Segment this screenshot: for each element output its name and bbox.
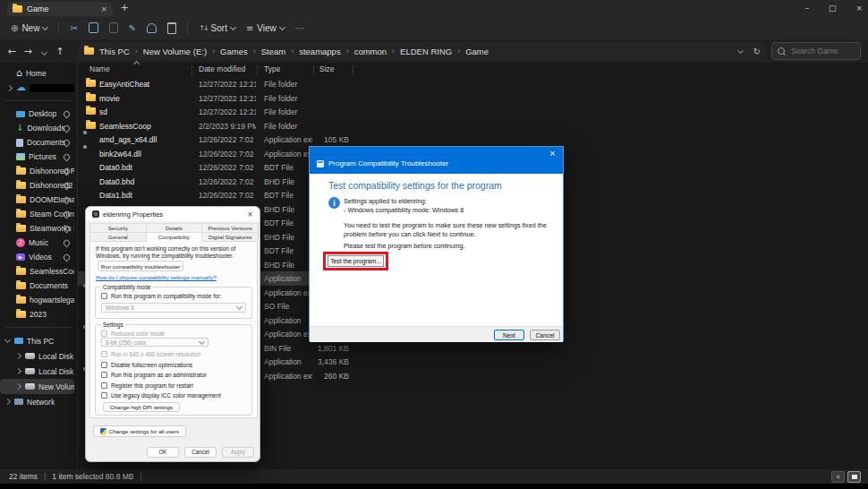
- close-icon[interactable]: ×: [549, 149, 556, 158]
- more-options-button[interactable]: ···: [290, 19, 310, 37]
- breadcrumb-item[interactable]: steamapps: [299, 47, 340, 56]
- column-header-name[interactable]: Name: [89, 64, 110, 73]
- rename-button[interactable]: ✎: [123, 19, 141, 37]
- search-box[interactable]: [771, 42, 861, 60]
- sidebar-item-music[interactable]: ♪Music: [0, 236, 74, 250]
- sidebar-item-doometernal[interactable]: DOOMEternal: [0, 193, 74, 207]
- sidebar-item-2023[interactable]: 2023: [0, 307, 74, 322]
- refresh-icon[interactable]: ↻: [753, 47, 761, 56]
- sidebar-item-desktop[interactable]: Desktop: [0, 107, 74, 121]
- sidebar-item-downloads[interactable]: ↓Downloads: [0, 121, 74, 135]
- breadcrumb-item[interactable]: New Volume (E:): [143, 47, 207, 56]
- details-view-button[interactable]: ≡: [831, 471, 845, 483]
- apply-button[interactable]: Apply: [222, 447, 254, 458]
- close-button[interactable]: ×: [855, 4, 863, 13]
- sidebar-item-documents[interactable]: Documents: [0, 135, 74, 150]
- chevron-right-icon[interactable]: [4, 399, 10, 405]
- breadcrumb-item[interactable]: ELDEN RING: [400, 47, 452, 56]
- sidebar-item-network[interactable]: Network: [0, 394, 74, 409]
- search-input[interactable]: [789, 46, 857, 56]
- compatibility-mode-checkbox[interactable]: [101, 293, 107, 299]
- sidebar-item-dishonored2[interactable]: Dishonored2: [0, 178, 74, 193]
- change-settings-all-users-button[interactable]: Change settings for all users: [93, 425, 186, 437]
- change-high-dpi-button[interactable]: Change high DPI settings: [103, 402, 180, 412]
- chevron-right-icon[interactable]: [14, 368, 21, 374]
- delete-button[interactable]: [162, 19, 182, 37]
- copy-button[interactable]: [83, 19, 104, 37]
- properties-title-bar[interactable]: eldenring Properties ×: [86, 207, 260, 221]
- checkbox[interactable]: [101, 351, 107, 357]
- compatibility-mode-checkbox-row[interactable]: Run this program in compatibility mode f…: [101, 292, 222, 300]
- settings-checkbox-row-run-this-program-as-an-adminis[interactable]: Run this program as an administrator: [101, 371, 207, 379]
- color-depth-select[interactable]: 8-bit (256) color: [101, 338, 208, 347]
- address-dropdown-icon[interactable]: [737, 47, 744, 53]
- sidebar-item-seamlesscoop[interactable]: SeamlessCoop: [0, 264, 74, 279]
- file-row-movie[interactable]: movie12/27/2022 12:21 AMFile folder: [78, 91, 868, 106]
- checkbox[interactable]: [101, 372, 107, 378]
- breadcrumb-item[interactable]: Games: [220, 47, 248, 56]
- recent-locations-button[interactable]: [36, 46, 52, 56]
- settings-checkbox-row-run-in-640-x-480-screen-resolu[interactable]: Run in 640 x 480 screen resolution: [101, 350, 200, 358]
- sidebar-item-dishonored-rhc[interactable]: Dishonored RHC: [0, 164, 74, 178]
- reduced-color-checkbox[interactable]: [101, 330, 107, 337]
- breadcrumb-item[interactable]: Steam: [261, 47, 285, 56]
- file-row-seamlesscoop[interactable]: SeamlessCoop2/2/2023 9:19 PMFile folder: [78, 119, 868, 133]
- compatibility-help-link[interactable]: How do I choose compatibility settings m…: [96, 274, 217, 280]
- breadcrumb-item[interactable]: Game: [465, 47, 489, 56]
- maximize-button[interactable]: □: [829, 4, 837, 13]
- sidebar-item-this-pc[interactable]: This PC: [0, 333, 74, 348]
- chevron-down-icon[interactable]: [4, 337, 10, 343]
- up-button[interactable]: ↑: [52, 46, 68, 57]
- settings-checkbox-row-disable-fullscreen-optimizatio[interactable]: Disable fullscreen optimizations: [101, 361, 192, 369]
- share-button[interactable]: [141, 19, 162, 37]
- tab-game[interactable]: Game ×: [7, 2, 113, 16]
- new-button[interactable]: ⊕ New: [5, 19, 53, 37]
- forward-button[interactable]: →: [20, 46, 36, 57]
- tab-close-icon[interactable]: ×: [100, 4, 107, 13]
- chevron-right-icon[interactable]: [5, 84, 12, 90]
- view-button[interactable]: ≡ View: [241, 19, 290, 37]
- sidebar-item-pictures[interactable]: Pictures: [0, 150, 74, 164]
- sidebar-item-documents[interactable]: Documents: [0, 279, 74, 293]
- sidebar-item-steam-controlle[interactable]: Steam Controlle: [0, 207, 74, 221]
- ok-button[interactable]: OK: [147, 447, 179, 458]
- sidebar-item-steamworks-sha[interactable]: Steamworks Sha: [0, 221, 74, 236]
- file-row-sd[interactable]: sd12/27/2022 12:21 AMFile folder: [78, 105, 868, 119]
- run-compatibility-troubleshooter-button[interactable]: Run compatibility troubleshooter: [98, 261, 183, 271]
- back-button[interactable]: ←: [4, 46, 20, 57]
- sidebar-item-local-disk-d-[interactable]: Local Disk (D:): [0, 364, 74, 379]
- chevron-right-icon[interactable]: [14, 383, 21, 390]
- checkbox[interactable]: [101, 392, 107, 399]
- reduced-color-checkbox-row[interactable]: Reduced color mode: [101, 330, 165, 338]
- sidebar-item-home[interactable]: ⌂Home: [0, 66, 74, 81]
- settings-checkbox-row-use-legacy-display-icc-color-m[interactable]: Use legacy display ICC color management: [101, 391, 221, 399]
- cancel-button[interactable]: Cancel: [530, 330, 560, 340]
- column-header-date-modified[interactable]: Date modified: [199, 64, 245, 73]
- compatibility-os-select[interactable]: Windows 8: [101, 303, 246, 313]
- new-tab-button[interactable]: +: [118, 2, 131, 13]
- troubleshooter-title-bar[interactable]: × Program Compatibility Troubleshooter: [310, 147, 563, 174]
- large-icons-view-button[interactable]: [847, 471, 861, 483]
- sidebar-item-new-volume-e-[interactable]: New Volume (E:): [0, 379, 74, 394]
- sort-button[interactable]: ↑↓ Sort: [193, 19, 241, 37]
- column-header-type[interactable]: Type: [264, 64, 280, 73]
- sidebar-item-local-disk-c-[interactable]: Local Disk (C:): [0, 348, 74, 364]
- close-icon[interactable]: ×: [247, 210, 253, 219]
- sidebar-item-onedrive[interactable]: ☁: [0, 81, 74, 95]
- breadcrumb-item[interactable]: common: [354, 47, 387, 56]
- checkbox[interactable]: [101, 362, 107, 368]
- sidebar-item-videos[interactable]: ▶Videos: [0, 250, 74, 264]
- breadcrumb-item[interactable]: This PC: [99, 47, 130, 56]
- file-row-amd-ags-x64-dll[interactable]: amd_ags_x64.dll12/26/2022 7:02 PMApplica…: [78, 133, 868, 147]
- next-button[interactable]: Next: [494, 330, 524, 340]
- minimize-button[interactable]: –: [804, 4, 809, 13]
- settings-checkbox-row-register-this-program-for-rest[interactable]: Register this program for restart: [101, 382, 193, 390]
- sidebar-item-hogwartslegacy-exe[interactable]: hogwartslegacy.exe: [0, 293, 74, 307]
- paste-button[interactable]: [104, 19, 123, 37]
- tab-compatibility[interactable]: Compatibility: [146, 232, 203, 242]
- file-row-easyanticheat[interactable]: EasyAntiCheat12/27/2022 12:21 AMFile fol…: [78, 77, 868, 91]
- checkbox[interactable]: [101, 382, 107, 389]
- cancel-button[interactable]: Cancel: [184, 447, 217, 458]
- chevron-right-icon[interactable]: [14, 353, 21, 359]
- column-header-size[interactable]: Size: [319, 64, 335, 73]
